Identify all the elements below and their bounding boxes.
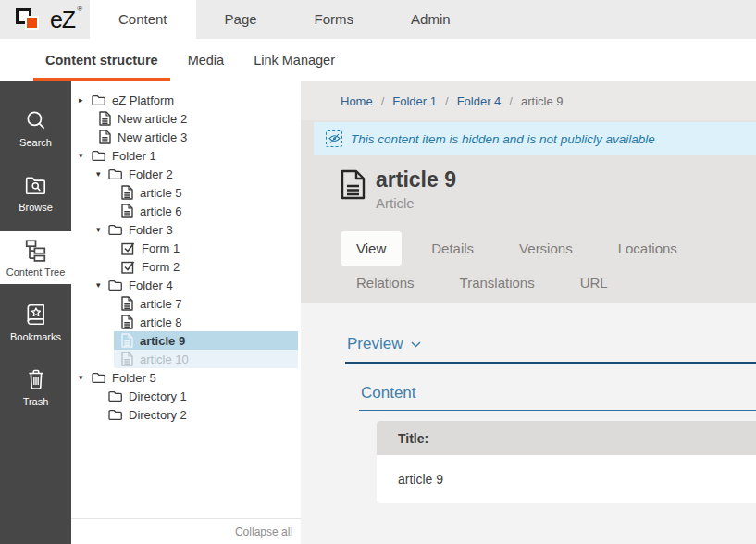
article-icon (341, 169, 366, 211)
sub-nav-content-structure[interactable]: Content structure (33, 39, 170, 81)
tree-item-label: New article 2 (118, 112, 187, 126)
tree-item-article-8[interactable]: article 8 (71, 313, 301, 331)
tab-view[interactable]: View (341, 231, 402, 266)
tree-item-label: Folder 5 (112, 371, 156, 385)
ez-logo-icon (15, 6, 44, 33)
article-icon (121, 333, 133, 348)
sidebar-item-browse[interactable]: Browse (0, 167, 71, 219)
tree-item-folder-4[interactable]: ▾Folder 4 (71, 276, 301, 294)
article-icon (99, 111, 111, 126)
tree-item-label: Folder 4 (129, 278, 173, 292)
content-tree: ▸eZ PlatformNew article 2New article 3▾F… (71, 81, 301, 518)
tab-url[interactable]: URL (564, 266, 624, 300)
preview-label: Preview (347, 335, 403, 353)
article-icon (121, 296, 133, 311)
tab-details[interactable]: Details (415, 231, 490, 266)
tree-item-label: article 6 (140, 204, 182, 218)
page-header: article 9 Article (301, 155, 756, 211)
tree-item-article-9[interactable]: article 9 (71, 331, 301, 350)
sidebar-item-label: Bookmarks (10, 331, 61, 342)
collapse-arrow-icon[interactable]: ▾ (96, 165, 107, 183)
article-icon (121, 352, 133, 366)
tree-item-label: Folder 1 (112, 149, 156, 163)
tree-item-article-7[interactable]: article 7 (71, 294, 301, 313)
chevron-down-icon (411, 341, 421, 348)
ez-logo[interactable]: eZ® (0, 0, 90, 39)
search-icon (24, 108, 48, 132)
tree-item-label: Form 1 (142, 241, 180, 255)
form-icon (121, 241, 135, 255)
tree-item-form-2[interactable]: Form 2 (71, 257, 301, 276)
ez-logo-text: eZ® (50, 6, 75, 33)
field-table: Title:article 9 (377, 421, 756, 503)
content-tree-panel: ▸eZ PlatformNew article 2New article 3▾F… (71, 81, 301, 544)
secondary-nav: Content structureMediaLink Manager (0, 39, 756, 81)
content-divider (359, 410, 756, 411)
field-value-title: article 9 (377, 455, 756, 503)
tab-locations[interactable]: Locations (602, 231, 693, 266)
preview-toggle[interactable]: Preview (347, 335, 756, 353)
content-tabs: ViewDetailsVersionsLocationsRelationsTra… (341, 231, 716, 300)
content-section-heading: Content (361, 384, 756, 402)
sidebar-item-bookmarks[interactable]: Bookmarks (0, 296, 71, 349)
tree-item-label: Directory 1 (129, 389, 187, 403)
tree-item-new-article-3[interactable]: New article 3 (71, 128, 301, 146)
top-tab-page[interactable]: Page (196, 0, 286, 39)
preview-divider (345, 362, 756, 364)
expand-arrow-icon[interactable]: ▸ (79, 91, 90, 109)
sub-nav-media[interactable]: Media (176, 39, 237, 81)
tree-item-form-1[interactable]: Form 1 (71, 239, 301, 257)
top-tab-content[interactable]: Content (90, 0, 196, 39)
collapse-arrow-icon[interactable]: ▾ (96, 220, 107, 239)
page-title: article 9 (376, 167, 456, 192)
collapse-arrow-icon[interactable]: ▾ (79, 368, 90, 387)
breadcrumb-current: article 9 (521, 94, 564, 108)
tree-item-article-10[interactable]: article 10 (71, 350, 301, 368)
breadcrumb-separator: / (381, 94, 385, 108)
sidebar-item-label: Browse (19, 202, 53, 213)
breadcrumb-link-home[interactable]: Home (341, 94, 373, 108)
tree-item-ez-platform[interactable]: ▸eZ Platform (71, 91, 301, 109)
folder-icon (108, 409, 122, 421)
collapse-arrow-icon[interactable]: ▾ (79, 146, 90, 165)
tree-item-folder-3[interactable]: ▾Folder 3 (71, 220, 301, 239)
sidebar-item-content-tree[interactable]: Content Tree (0, 231, 71, 284)
breadcrumb-link-folder-4[interactable]: Folder 4 (457, 94, 502, 108)
notice-text: This content item is hidden and is not p… (351, 132, 655, 146)
tree-item-label: eZ Platform (112, 93, 174, 107)
main-area: Home/Folder 1/Folder 4/article 9 This co… (301, 81, 756, 544)
tree-item-article-6[interactable]: article 6 (71, 202, 301, 220)
top-tab-admin[interactable]: Admin (382, 0, 479, 39)
breadcrumb-separator: / (445, 94, 449, 108)
tree-item-label: article 10 (140, 352, 189, 366)
tree-item-label: Folder 3 (129, 223, 173, 237)
article-icon (121, 185, 133, 200)
tree-item-folder-5[interactable]: ▾Folder 5 (71, 368, 301, 387)
tree-footer: Collapse all (71, 518, 301, 544)
sidebar-item-search[interactable]: Search (0, 102, 71, 155)
tree-item-new-article-2[interactable]: New article 2 (71, 109, 301, 128)
top-bar: eZ® ContentPageFormsAdmin (0, 0, 756, 39)
tab-translations[interactable]: Translations (444, 266, 551, 300)
folder-icon (92, 372, 105, 384)
article-icon (121, 204, 133, 218)
top-tab-forms[interactable]: Forms (286, 0, 383, 39)
breadcrumb-link-folder-1[interactable]: Folder 1 (392, 94, 437, 108)
tree-item-label: article 9 (140, 334, 185, 348)
breadcrumb-separator: / (509, 94, 513, 108)
tree-item-folder-2[interactable]: ▾Folder 2 (71, 165, 301, 183)
tree-item-directory-1[interactable]: Directory 1 (71, 387, 301, 405)
collapse-arrow-icon[interactable]: ▾ (96, 276, 107, 294)
breadcrumb: Home/Folder 1/Folder 4/article 9 (301, 81, 756, 120)
tree-item-directory-2[interactable]: Directory 2 (71, 405, 301, 424)
tree-item-label: article 8 (140, 315, 182, 329)
sub-nav-link-manager[interactable]: Link Manager (242, 39, 347, 81)
tree-item-folder-1[interactable]: ▾Folder 1 (71, 146, 301, 165)
sidebar-item-trash[interactable]: Trash (0, 361, 71, 414)
field-header-title: Title: (377, 421, 756, 455)
tab-versions[interactable]: Versions (503, 231, 589, 266)
tree-item-article-5[interactable]: article 5 (71, 183, 301, 202)
tab-relations[interactable]: Relations (341, 266, 430, 300)
tree-item-label: Folder 2 (129, 167, 173, 181)
collapse-all-button[interactable]: Collapse all (235, 525, 292, 538)
